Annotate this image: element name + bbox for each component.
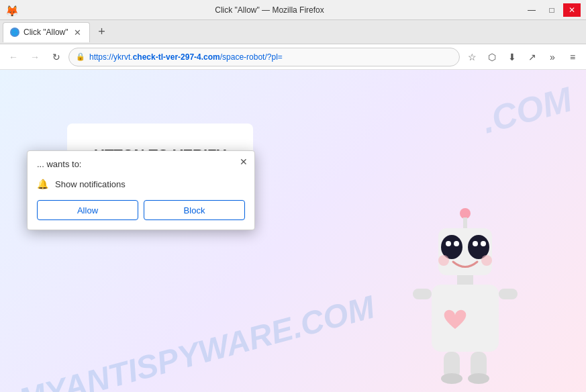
url-prefix: https://ykrvt. <box>89 52 133 62</box>
svg-point-17 <box>441 373 462 384</box>
svg-point-10 <box>481 255 492 266</box>
popup-header: ... wants to: <box>28 151 254 175</box>
bell-icon: 🔔 <box>37 179 48 189</box>
new-tab-button[interactable]: + <box>93 23 111 42</box>
forward-button[interactable]: → <box>26 48 44 66</box>
url-text: https://ykrvt.check-tl-ver-297-4.com/spa… <box>89 52 452 62</box>
nav-right-icons: ☆ ⬡ ⬇ ↗ » ≡ <box>462 48 582 66</box>
tab-close-button[interactable]: ✕ <box>72 28 83 38</box>
svg-point-5 <box>446 241 451 246</box>
svg-point-0 <box>460 208 471 219</box>
svg-point-9 <box>438 255 449 266</box>
refresh-button[interactable]: ↻ <box>47 48 66 66</box>
share-button[interactable]: ↗ <box>523 48 542 66</box>
nav-bar: ← → ↻ 🔒 https://ykrvt.check-tl-ver-297-4… <box>0 44 586 70</box>
popup-close-button[interactable]: ✕ <box>237 155 250 168</box>
url-domain: check-tl-ver-297-4.com <box>133 52 220 62</box>
robot-svg <box>398 201 532 389</box>
pocket-button[interactable]: ⬡ <box>483 48 501 66</box>
svg-point-7 <box>473 241 478 246</box>
svg-rect-14 <box>499 289 518 299</box>
svg-point-18 <box>468 373 489 384</box>
minimize-button[interactable]: — <box>523 3 540 17</box>
svg-point-6 <box>454 241 459 246</box>
active-tab[interactable]: 🌐 Click "Allow" ✕ <box>3 22 90 42</box>
url-bar[interactable]: 🔒 https://ykrvt.check-tl-ver-297-4.com/s… <box>68 48 460 66</box>
download-button[interactable]: ⬇ <box>503 48 522 66</box>
tab-bar: 🌐 Click "Allow" ✕ + <box>0 20 586 44</box>
title-bar: 🦊 Click "Allow" — Mozilla Firefox — □ ✕ <box>0 0 586 20</box>
close-button[interactable]: ✕ <box>563 3 581 17</box>
svg-rect-1 <box>463 217 467 230</box>
tab-favicon: 🌐 <box>10 28 19 37</box>
allow-button[interactable]: Allow <box>37 200 138 220</box>
more-tools-button[interactable]: » <box>543 48 562 66</box>
bookmark-button[interactable]: ☆ <box>462 48 481 66</box>
watermark-top: .COM <box>478 79 577 141</box>
robot-illustration <box>398 201 532 392</box>
notification-label: Show notifications <box>55 179 126 189</box>
back-button[interactable]: ← <box>4 48 23 66</box>
title-bar-controls: — □ ✕ <box>523 3 581 17</box>
firefox-icon: 🦊 <box>5 5 16 15</box>
popup-notification-row: 🔔 Show notifications <box>28 175 254 197</box>
svg-point-8 <box>481 241 486 246</box>
notification-popup: ✕ ... wants to: 🔔 Show notifications All… <box>27 150 255 230</box>
menu-button[interactable]: ≡ <box>563 48 582 66</box>
svg-rect-11 <box>457 275 473 285</box>
page-content: .COM MYANTISPYWARE.COM UTTON TO VERIFYYO… <box>0 70 586 392</box>
maximize-button[interactable]: □ <box>543 3 560 17</box>
title-bar-left: 🦊 <box>5 5 16 15</box>
tab-label: Click "Allow" <box>23 28 68 37</box>
lock-icon: 🔒 <box>76 52 85 61</box>
svg-rect-13 <box>413 289 432 299</box>
title-bar-title: Click "Allow" — Mozilla Firefox <box>16 5 523 15</box>
popup-buttons: Allow Block <box>28 197 254 230</box>
watermark-bottom: MYANTISPYWARE.COM <box>15 288 378 392</box>
url-rest: /space-robot/?pl= <box>220 52 283 62</box>
block-button[interactable]: Block <box>144 200 245 220</box>
